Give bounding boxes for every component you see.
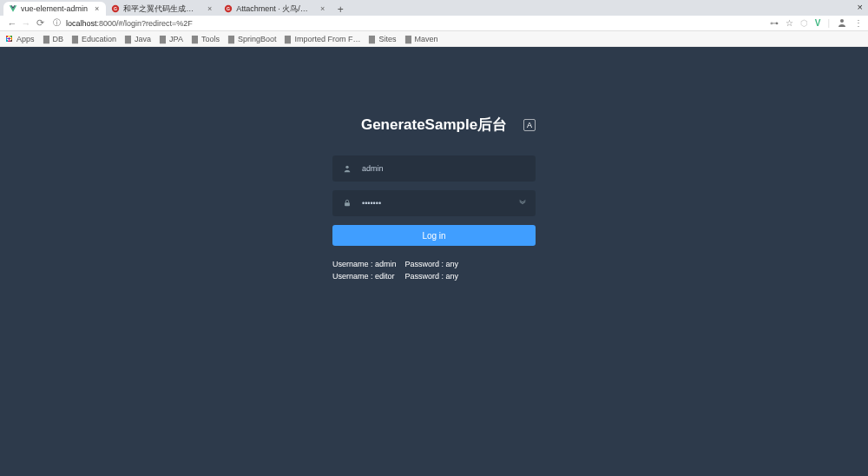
password-field-wrapper	[332, 190, 536, 216]
tip-admin-pass: Password : any	[405, 258, 459, 270]
apps-icon	[5, 35, 13, 43]
password-input[interactable]	[362, 199, 518, 208]
password-key-icon[interactable]: ⊶	[770, 18, 779, 28]
menu-icon[interactable]: ⋮	[854, 18, 863, 28]
folder-icon: ▇	[72, 35, 78, 43]
site-icon: G	[111, 4, 120, 13]
browser-tab[interactable]: G Attachment · 火鸟/和平之… ×	[219, 2, 332, 16]
star-icon[interactable]: ☆	[786, 18, 793, 28]
browser-tab[interactable]: G 和平之翼代码生成器SME… ×	[106, 2, 219, 16]
url-path: :8000/#/login?redirect=%2F	[97, 19, 193, 28]
tip-editor-pass: Password : any	[405, 270, 459, 282]
username-input[interactable]	[362, 164, 527, 173]
bookmark-label: Maven	[415, 35, 438, 43]
profile-icon[interactable]	[837, 17, 847, 30]
svg-text:G: G	[114, 6, 117, 11]
vue-icon	[9, 4, 17, 13]
tip-editor-user: Username : editor	[332, 270, 397, 282]
browser-tab-active[interactable]: vue-element-admin ×	[3, 2, 106, 16]
svg-text:G: G	[227, 6, 230, 11]
title-row: GenerateSample后台 A	[332, 115, 536, 135]
url-display[interactable]: localhost:8000/#/login?redirect=%2F	[66, 19, 770, 28]
bookmark-folder[interactable]: ▇SpringBoot	[228, 35, 277, 43]
forward-button[interactable]: →	[19, 18, 33, 29]
extension-icon[interactable]: ⬡	[800, 18, 808, 28]
bookmark-folder[interactable]: ▇JPA	[160, 35, 183, 43]
close-icon[interactable]: ×	[95, 4, 99, 13]
chevron-down-icon[interactable]	[518, 198, 527, 208]
address-bar: ← → ⟳ ⓘ localhost:8000/#/login?redirect=…	[0, 16, 868, 31]
bookmark-label: Apps	[16, 35, 35, 43]
folder-icon: ▇	[228, 35, 234, 43]
bookmarks-bar: Apps ▇DB ▇Education ▇Java ▇JPA ▇Tools ▇S…	[0, 31, 868, 47]
close-icon[interactable]: ×	[207, 4, 212, 13]
tab-title: vue-element-admin	[21, 4, 88, 13]
user-icon	[341, 164, 353, 173]
login-button[interactable]: Log in	[332, 225, 536, 246]
bookmark-folder[interactable]: ▇Education	[72, 35, 116, 43]
bookmark-label: Tools	[201, 35, 220, 43]
tab-title: Attachment · 火鸟/和平之…	[236, 3, 313, 15]
bookmark-label: DB	[53, 35, 64, 43]
folder-icon: ▇	[405, 35, 411, 43]
bookmark-label: Sites	[378, 35, 396, 43]
login-page: GenerateSample后台 A Log in Username : adm…	[0, 47, 868, 476]
url-host: localhost	[66, 19, 97, 28]
site-info-icon[interactable]: ⓘ	[50, 17, 62, 29]
site-icon: G	[224, 4, 233, 13]
bookmark-label: Imported From F…	[294, 35, 360, 43]
browser-tab-bar: vue-element-admin × G 和平之翼代码生成器SME… × G …	[0, 0, 868, 16]
bookmark-label: Java	[135, 35, 151, 43]
reload-button[interactable]: ⟳	[33, 17, 47, 29]
addr-right-controls: ⊶ ☆ ⬡ V | ⋮	[770, 17, 863, 30]
bookmark-folder[interactable]: ▇Imported From F…	[285, 35, 360, 43]
back-button[interactable]: ←	[5, 18, 19, 29]
bookmark-label: JPA	[169, 35, 183, 43]
svg-rect-6	[345, 202, 350, 206]
window-close-icon[interactable]: ×	[858, 2, 863, 12]
folder-icon: ▇	[125, 35, 131, 43]
language-switch-icon[interactable]: A	[523, 119, 536, 131]
vue-devtools-icon[interactable]: V	[815, 18, 821, 28]
page-title: GenerateSample后台	[361, 115, 507, 135]
new-tab-button[interactable]: +	[332, 3, 349, 16]
bookmark-folder[interactable]: ▇DB	[43, 35, 64, 43]
close-icon[interactable]: ×	[320, 4, 325, 13]
lock-icon	[341, 199, 353, 208]
bookmark-folder[interactable]: ▇Maven	[405, 35, 438, 43]
bookmark-label: Education	[82, 35, 116, 43]
login-tips: Username : admin Username : editor Passw…	[332, 258, 536, 282]
tab-title: 和平之翼代码生成器SME…	[123, 3, 201, 15]
separator: |	[827, 18, 830, 28]
bookmark-apps[interactable]: Apps	[5, 35, 35, 43]
login-form: GenerateSample后台 A Log in Username : adm…	[332, 115, 536, 476]
bookmark-label: SpringBoot	[238, 35, 277, 43]
bookmark-folder[interactable]: ▇Tools	[192, 35, 220, 43]
bookmark-folder[interactable]: ▇Java	[125, 35, 151, 43]
folder-icon: ▇	[160, 35, 166, 43]
svg-point-4	[840, 19, 844, 23]
folder-icon: ▇	[369, 35, 375, 43]
svg-point-5	[345, 166, 348, 169]
tip-admin-user: Username : admin	[332, 258, 397, 270]
folder-icon: ▇	[43, 35, 49, 43]
bookmark-folder[interactable]: ▇Sites	[369, 35, 396, 43]
folder-icon: ▇	[285, 35, 291, 43]
username-field-wrapper	[332, 155, 536, 182]
folder-icon: ▇	[192, 35, 198, 43]
